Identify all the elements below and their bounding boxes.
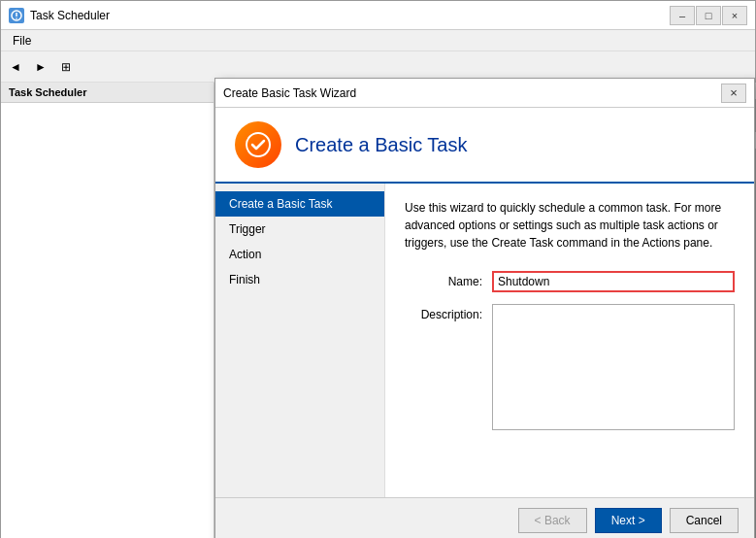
- create-basic-task-dialog: Create Basic Task Wizard × Create a Basi…: [214, 78, 755, 538]
- dialog-overlay: Create Basic Task Wizard × Create a Basi…: [214, 83, 755, 538]
- forward-icon: ►: [35, 60, 47, 74]
- dialog-close-button[interactable]: ×: [721, 84, 746, 103]
- step-action[interactable]: Action: [215, 242, 384, 267]
- dialog-header-title: Create a Basic Task: [295, 134, 468, 156]
- step-finish[interactable]: Finish: [215, 267, 384, 292]
- back-button[interactable]: < Back: [518, 508, 587, 533]
- forward-button[interactable]: ►: [30, 56, 51, 78]
- window-close-button[interactable]: ×: [722, 6, 747, 25]
- content-panel: Use this wizard to quickly schedule a co…: [385, 184, 754, 497]
- next-button[interactable]: Next >: [595, 508, 662, 533]
- dialog-body: Create a Basic Task Trigger Action Finis…: [215, 184, 754, 497]
- description-input[interactable]: [492, 304, 735, 430]
- dialog-header: Create a Basic Task: [215, 108, 754, 184]
- back-button[interactable]: ◄: [5, 56, 26, 78]
- left-panel-header: Task Scheduler: [1, 83, 214, 103]
- dialog-title: Create Basic Task Wizard: [223, 86, 721, 100]
- content-description: Use this wizard to quickly schedule a co…: [405, 199, 735, 252]
- right-panel: ▲ ▼ Create Basic Task Wizard ×: [214, 83, 755, 538]
- minimize-button[interactable]: –: [670, 6, 695, 25]
- back-icon: ◄: [10, 60, 21, 74]
- menu-bar: File: [1, 30, 755, 51]
- step-trigger[interactable]: Trigger: [215, 217, 384, 242]
- window-title: Task Scheduler: [30, 9, 670, 22]
- svg-point-3: [247, 133, 270, 156]
- dialog-footer: < Back Next > Cancel: [215, 497, 754, 538]
- title-bar: Task Scheduler – □ ×: [1, 1, 755, 30]
- name-row: Name:: [405, 271, 735, 292]
- description-label: Description:: [405, 304, 492, 321]
- window-controls: – □ ×: [670, 6, 747, 25]
- svg-point-2: [16, 17, 17, 19]
- task-icon: ⊞: [61, 60, 71, 74]
- left-panel: Task Scheduler: [1, 83, 214, 538]
- main-window: Task Scheduler – □ × File ◄ ► ⊞ Task Sch…: [0, 0, 756, 538]
- menu-file[interactable]: File: [5, 32, 39, 50]
- name-label: Name:: [405, 275, 492, 288]
- cancel-button[interactable]: Cancel: [670, 508, 739, 533]
- step-create-basic-task[interactable]: Create a Basic Task: [215, 191, 384, 217]
- dialog-header-icon: [235, 121, 281, 168]
- app-icon: [9, 8, 24, 23]
- main-area: Task Scheduler ▲ ▼ Create Basic Task Wiz…: [1, 83, 755, 538]
- description-row: Description:: [405, 304, 735, 430]
- dialog-title-bar: Create Basic Task Wizard ×: [215, 79, 754, 108]
- name-input[interactable]: [492, 271, 735, 292]
- steps-panel: Create a Basic Task Trigger Action Finis…: [215, 184, 385, 497]
- task-button[interactable]: ⊞: [55, 56, 77, 78]
- maximize-button[interactable]: □: [696, 6, 721, 25]
